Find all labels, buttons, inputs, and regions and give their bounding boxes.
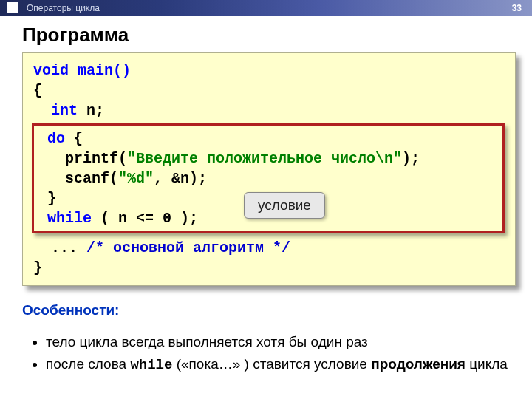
b2-bold: продолжения [371, 356, 466, 372]
page-number: 33 [512, 3, 522, 13]
code-printf-end: ); [402, 150, 420, 167]
code-brace-close: } [33, 258, 505, 278]
code-printf-str: "Введите положительное число\n" [127, 150, 402, 167]
code-dots: ... [51, 239, 86, 256]
bullet-2: после слова while («пока…» ) ставится ус… [46, 355, 516, 375]
code-int-rest: n; [78, 102, 104, 119]
code-block: void main() { int n; do { printf("Введит… [22, 52, 516, 286]
slide-header: Операторы цикла 33 [0, 0, 532, 16]
b2-pre: после слова [46, 356, 130, 372]
bullet-1: тело цикла всегда выполняется хотя бы од… [46, 332, 516, 352]
header-topic: Операторы цикла [27, 3, 100, 13]
code-printf: printf( [65, 150, 127, 167]
kw-do: do [47, 130, 65, 147]
b2-kw: while [130, 357, 172, 373]
callout-condition: условие [244, 192, 325, 219]
code-inner-brace-close: } [47, 190, 56, 207]
features-heading: Особенности: [22, 302, 516, 318]
slide-title: Программа [22, 24, 516, 47]
code-comment: /* основной алгоритм */ [86, 239, 290, 256]
code-scanf: scanf( [65, 170, 118, 187]
code-scanf-end: , &n); [154, 170, 207, 187]
code-scanf-str: "%d" [118, 170, 154, 187]
do-while-frame: do { printf("Введите положительное число… [32, 123, 505, 233]
kw-while: while [47, 210, 92, 227]
code-brace-open: { [33, 81, 505, 100]
b2-mid: («пока…» ) ставится условие [172, 356, 371, 372]
code-void-main: void main() [33, 62, 131, 79]
header-square-icon [7, 2, 18, 13]
kw-int: int [51, 102, 78, 119]
code-do-brace: { [65, 130, 83, 147]
features-list: тело цикла всегда выполняется хотя бы од… [22, 332, 516, 375]
code-while-cond: ( n <= 0 ); [92, 210, 198, 227]
b2-post: цикла [466, 356, 508, 372]
slide-body: Программа void main() { int n; do { prin… [0, 16, 532, 396]
